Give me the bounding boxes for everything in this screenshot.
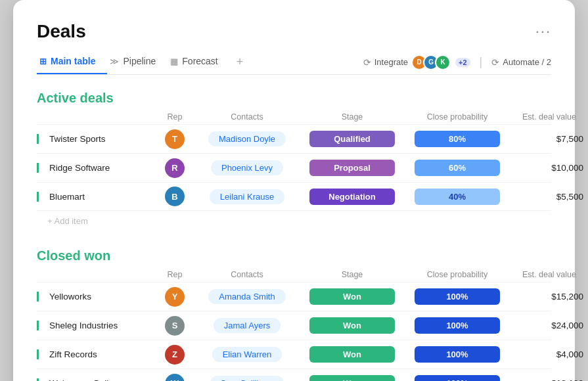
value-cell: $5,500 [510, 192, 588, 202]
deal-rep: Y [155, 287, 194, 307]
divider: | [480, 55, 483, 69]
prob-cell: 100% [405, 346, 510, 363]
contact-badge[interactable]: Madison Doyle [208, 131, 286, 146]
contact-badge[interactable]: Sam Spillberg [210, 376, 284, 381]
stage-cell: Negotiation [300, 189, 405, 205]
sync-icon: ⟳ [363, 57, 371, 68]
col-rep: Rep [155, 112, 194, 122]
col-contacts: Contacts [194, 112, 300, 122]
contact-cell: Amanda Smith [194, 289, 300, 304]
deal-name: Twister Sports [37, 134, 155, 144]
contact-cell: Elian Warren [194, 347, 300, 362]
table-row: Yelloworks Y Amanda Smith Won 100% $15,2… [37, 282, 551, 311]
integrate-button[interactable]: ⟳ Integrate D G K +2 [363, 55, 470, 70]
contact-badge[interactable]: Phoenix Levy [211, 160, 283, 175]
prob-cell: 60% [405, 160, 510, 176]
integrate-label: Integrate [374, 57, 408, 67]
tab-add-button[interactable]: + [230, 50, 250, 74]
prob-badge: 100% [415, 375, 500, 381]
tab-pipeline-label: Pipeline [123, 56, 156, 66]
tab-right-actions: ⟳ Integrate D G K +2 | ⟳ Automate / 2 [363, 55, 551, 70]
deal-name: Zift Records [37, 349, 155, 359]
prob-badge: 60% [415, 160, 500, 176]
col-contacts-cw: Contacts [194, 270, 300, 279]
prob-cell: 80% [405, 131, 510, 147]
stage-cell: Won [300, 346, 405, 363]
stage-cell: Won [300, 317, 405, 334]
stage-badge: Won [309, 288, 395, 305]
table-row: Ridge Software R Phoenix Levy Proposal 6… [37, 153, 551, 182]
rep-avatar: Z [165, 345, 185, 365]
stage-badge: Negotiation [309, 189, 395, 205]
active-deals-headers: Rep Contacts Stage Close probability Est… [37, 112, 551, 124]
rep-avatar: B [165, 187, 185, 206]
contact-cell: Sam Spillberg [194, 376, 300, 381]
value-cell: $24,000 [510, 321, 588, 330]
more-button[interactable]: ··· [535, 23, 551, 40]
contact-cell: Phoenix Levy [194, 160, 300, 175]
tab-pipeline[interactable]: ≫ Pipeline [107, 51, 168, 74]
active-deals-section: Active deals Rep Contacts Stage Close pr… [37, 91, 551, 230]
avatar-3: K [435, 55, 451, 70]
deal-rep: S [155, 316, 194, 336]
contact-cell: Leilani Krause [194, 189, 300, 204]
automate-button[interactable]: ⟳ Automate / 2 [491, 57, 551, 68]
deal-name: Ridge Software [37, 163, 155, 173]
table-row: Bluemart B Leilani Krause Negotiation 40… [37, 182, 551, 211]
stage-cell: Won [300, 288, 405, 305]
col-prob-cw: Close probability [405, 270, 510, 279]
forecast-icon: ▦ [170, 56, 178, 66]
stage-badge: Won [309, 375, 395, 381]
prob-cell: 100% [405, 288, 510, 305]
main-window: Deals ··· ⊞ Main table ≫ Pipeline ▦ Fore… [13, 0, 575, 381]
prob-badge: 80% [415, 131, 500, 147]
contact-badge[interactable]: Leilani Krause [210, 189, 284, 204]
prob-badge: 100% [415, 317, 500, 334]
col-prob: Close probability [405, 112, 510, 122]
deal-name: Sheleg Industries [37, 321, 155, 330]
deal-name: Yelloworks [37, 292, 155, 302]
stage-badge: Qualified [309, 131, 395, 147]
table-row: Zift Records Z Elian Warren Won 100% $4,… [37, 340, 551, 369]
contact-cell: Madison Doyle [194, 131, 300, 146]
deal-rep: W [155, 374, 194, 382]
tab-forecast-label: Forecast [182, 56, 217, 66]
contact-cell: Jamal Ayers [194, 318, 300, 333]
rep-avatar: Y [165, 287, 185, 307]
automate-label: Automate / 2 [503, 57, 551, 67]
tab-forecast[interactable]: ▦ Forecast [168, 51, 229, 74]
table-row: Waissman Gallery W Sam Spillberg Won 100… [37, 369, 551, 381]
avatar-stack: D G K [411, 55, 451, 70]
table-row: Twister Sports T Madison Doyle Qualified… [37, 124, 551, 153]
active-deals-add-row: + Add item [37, 211, 551, 230]
badge-count: +2 [455, 58, 470, 67]
closed-won-section: Closed won Rep Contacts Stage Close prob… [37, 248, 551, 381]
col-deal [37, 112, 155, 122]
table-row: Sheleg Industries S Jamal Ayers Won 100%… [37, 311, 551, 340]
deal-rep: R [155, 158, 194, 178]
prob-cell: 100% [405, 317, 510, 334]
col-stage: Stage [300, 112, 405, 122]
prob-badge: 100% [415, 346, 500, 363]
value-cell: $10,000 [510, 163, 588, 173]
col-value-cw: Est. deal value [510, 270, 588, 279]
contact-badge[interactable]: Amanda Smith [208, 289, 285, 304]
stage-cell: Qualified [300, 131, 405, 147]
value-cell: $7,500 [510, 134, 588, 144]
deal-rep: B [155, 187, 194, 206]
automate-icon: ⟳ [491, 57, 499, 68]
tab-main-table[interactable]: ⊞ Main table [37, 51, 107, 74]
prob-cell: 100% [405, 375, 510, 381]
rep-avatar: R [165, 158, 185, 178]
closed-won-title: Closed won [37, 248, 551, 263]
rep-avatar: S [165, 316, 185, 336]
value-cell: $18,100 [510, 378, 588, 381]
page-title: Deals [37, 21, 86, 42]
contact-badge[interactable]: Jamal Ayers [214, 318, 281, 333]
rep-avatar: W [165, 374, 185, 382]
tab-main-table-label: Main table [51, 56, 95, 66]
stage-badge: Won [309, 346, 395, 363]
contact-badge[interactable]: Elian Warren [212, 347, 283, 362]
stage-cell: Won [300, 375, 405, 381]
stage-badge: Won [309, 317, 395, 334]
